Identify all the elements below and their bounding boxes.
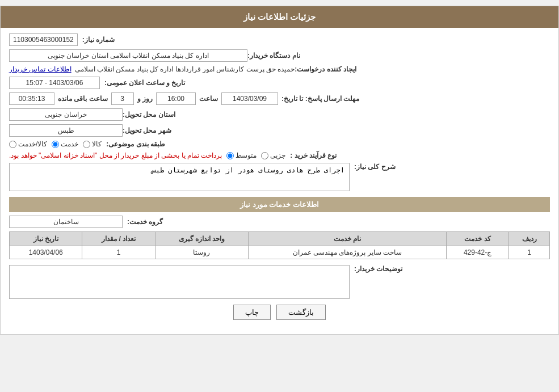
tabaqe-khadamat-radio[interactable] (52, 141, 59, 148)
table-cell-tedad: 1 (82, 246, 155, 259)
shahr-label: شهر محل تحویل: (123, 127, 171, 134)
tarikh-value: 1403/03/06 - 15:07 (9, 77, 100, 89)
ejad-value: حمیده حق پرست کارشناس امور قراردادها ادا… (75, 65, 295, 73)
noe-motevaset-label: متوسط (236, 151, 257, 159)
table-cell-radif: 1 (509, 246, 550, 259)
namdastgah-label: نام دستگاه خریدار: (247, 52, 300, 60)
tabaqe-kala-radio[interactable] (83, 141, 90, 148)
shomare-niaz-value: 1103005463000152 (9, 33, 78, 46)
comments-row: توضیحات خریدار: (9, 265, 550, 299)
sharh-row: شرح کلی نیاز: (9, 163, 550, 191)
shahr-row: شهر محل تحویل: طبس (9, 124, 550, 137)
tabaqe-label: طبقه بندی موضوعی: (106, 140, 165, 148)
mohlat-roz-label: روز و (137, 95, 153, 103)
ejad-label: ایجاد کننده درخواست: (295, 65, 356, 73)
table-cell-tarikh: 1403/04/06 (10, 246, 82, 259)
noe-jozii-label: جزیی (270, 151, 285, 159)
ostan-label: استان محل تحویل: (123, 111, 175, 119)
tarikh-label: تاریخ و ساعت اعلان عمومی: (104, 79, 185, 87)
tabaqe-kala-khadamat-item: کالا/خدمت (9, 140, 47, 148)
tabaqe-row: طبقه بندی موضوعی: کالا خدمت کالا/خدمت (9, 140, 550, 148)
col-tarikh: تاریخ نیاز (10, 232, 82, 246)
col-tedad: تعداد / مقدار (82, 232, 155, 246)
sharh-label: شرح کلی نیاز: (354, 163, 396, 171)
mohlat-date: 1403/03/09 (221, 92, 278, 105)
table-cell-vahed: روستا (155, 246, 248, 259)
group-label: گروه خدمت: (127, 218, 163, 226)
buttons-row: بازگشت چاپ (9, 305, 550, 320)
namdastgah-row: نام دستگاه خریدار: اداره کل بنیاد مسکن ا… (9, 49, 550, 62)
table-row: 1ج-42-429ساخت سایر پروژه‌های مهندسی عمرا… (10, 246, 550, 259)
mohlat-roz: 3 (111, 92, 134, 105)
col-kod: کد خدمت (446, 232, 509, 246)
back-button[interactable]: بازگشت (276, 305, 326, 320)
comments-box[interactable] (9, 265, 350, 299)
shomare-niaz-label: شماره نیاز: (82, 36, 115, 44)
tabaqe-khadamat-label: خدمت (61, 140, 78, 148)
tabaqe-kala-item: کالا (83, 140, 102, 148)
tabaqe-kala-label: کالا (92, 140, 102, 148)
mohlat-manand: 00:35:13 (9, 92, 54, 105)
noe-motevaset-radio[interactable] (226, 152, 234, 159)
group-value: ساختمان (9, 216, 123, 228)
tabaqe-kala-khadamat-radio[interactable] (9, 141, 16, 148)
services-table: ردیف کد خدمت نام خدمت واحد اندازه گیری ت… (9, 231, 550, 259)
namdastgah-value: اداره کل بنیاد مسکن انقلاب اسلامی استان … (9, 49, 247, 62)
noe-process-text: پرداخت تمام یا بخشی از مبلغ خریدار از مح… (9, 151, 222, 159)
tarikh-row: تاریخ و ساعت اعلان عمومی: 1403/03/06 - 1… (9, 77, 550, 89)
noe-motevaset-item: متوسط (226, 151, 257, 159)
noe-jozii-radio[interactable] (261, 152, 268, 159)
table-cell-kod_khadamat: ج-42-429 (446, 246, 509, 259)
col-vahed: واحد اندازه گیری (155, 232, 248, 246)
page-title: جزئیات اطلاعات نیاز (1, 6, 558, 28)
noe-jozii-item: جزیی (261, 151, 285, 159)
shahr-value: طبس (9, 124, 123, 137)
group-row: گروه خدمت: ساختمان (9, 216, 550, 228)
shomare-niaz-row: شماره نیاز: 1103005463000152 (9, 33, 550, 46)
ejad-row: ایجاد کننده درخواست: حمیده حق پرست کارشن… (9, 65, 550, 73)
services-section-header: اطلاعات خدمات مورد نیاز (9, 197, 550, 212)
col-radif: ردیف (509, 232, 550, 246)
tabaqe-khadamat-item: خدمت (52, 140, 78, 148)
mohlat-label: مهلت ارسال پاسخ: تا تاریخ: (281, 95, 359, 103)
mohlat-time-label: ساعت (199, 95, 218, 103)
mohlat-manand-label: ساعت باقی مانده (58, 95, 108, 103)
print-button[interactable]: چاپ (233, 305, 271, 320)
ostan-value: خراسان جنوبی (9, 108, 123, 121)
comments-label: توضیحات خریدار: (354, 265, 402, 273)
tabaqe-kala-khadamat-label: کالا/خدمت (18, 140, 47, 148)
mohlat-row: مهلت ارسال پاسخ: تا تاریخ: 1403/03/09 سا… (9, 92, 550, 105)
noe-row: نوع فرآیند خرید : جزیی متوسط پرداخت تمام… (9, 151, 550, 159)
ejad-link[interactable]: اطلاعات تماس خریدار (9, 65, 72, 73)
col-nam: نام خدمت (249, 232, 447, 246)
noe-label: نوع فرآیند خرید : (290, 151, 337, 159)
sharh-box[interactable] (9, 163, 350, 191)
table-cell-nam_khadamat: ساخت سایر پروژه‌های مهندسی عمران (249, 246, 447, 259)
ostan-row: استان محل تحویل: خراسان جنوبی (9, 108, 550, 121)
mohlat-time: 16:00 (156, 92, 196, 105)
